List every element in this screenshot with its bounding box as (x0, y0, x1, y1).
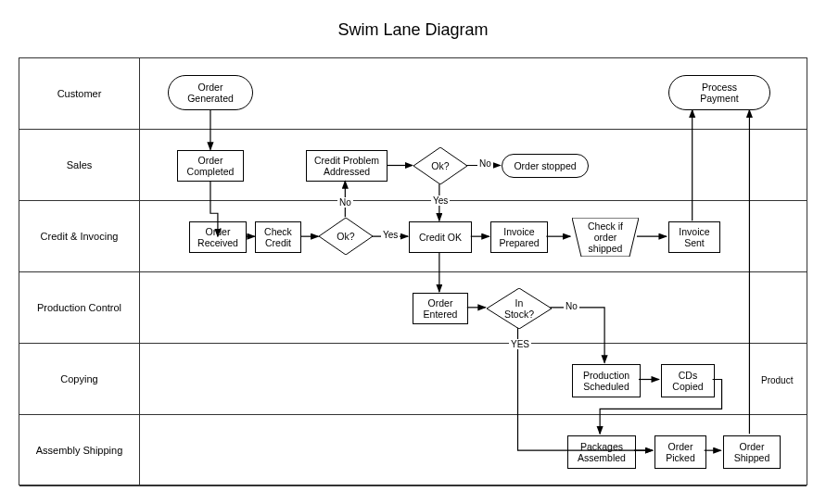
node-production-scheduled: ProductionScheduled (572, 364, 641, 397)
lane-production-control: Production Control OrderEntered InStock? (19, 272, 807, 344)
node-order-entered: OrderEntered (413, 293, 468, 324)
edge-label-product: Product (759, 375, 794, 385)
lane-copying: Copying ProductionScheduled CDsCopied (19, 344, 807, 415)
node-invoice-sent: InvoiceSent (668, 221, 720, 253)
lane-assembly-shipping: Assembly Shipping PackagesAssembled Orde… (19, 415, 807, 486)
node-ok2-label: Ok? (337, 231, 354, 242)
node-ok1-decision: Ok? (413, 147, 467, 184)
lane-customer: Customer OrderGenerated ProcessPayment (19, 58, 807, 130)
node-order-generated: OrderGenerated (168, 75, 253, 110)
edge-label-no3: No (564, 301, 579, 311)
node-packages-assembled: PackagesAssembled (567, 435, 636, 469)
node-check-shipped: Check ifordershipped (572, 218, 639, 257)
node-in-stock-decision: InStock? (487, 288, 552, 329)
lane-body-customer: OrderGenerated ProcessPayment (140, 58, 807, 129)
node-process-payment: ProcessPayment (668, 75, 770, 110)
node-credit-ok: Credit OK (409, 221, 472, 253)
lane-label-assembly: Assembly Shipping (19, 415, 140, 485)
lane-body-credit: OrderReceived CheckCredit Ok? Credit OK … (140, 201, 807, 271)
lane-body-copying: ProductionScheduled CDsCopied (140, 344, 807, 414)
edge-label-no1: No (477, 158, 493, 169)
node-check-credit: CheckCredit (255, 221, 301, 253)
lane-label-copying: Copying (19, 344, 140, 414)
node-order-received: OrderReceived (189, 221, 247, 253)
node-credit-problem: Credit ProblemAddressed (306, 150, 388, 182)
edge-label-no2: No (337, 197, 353, 208)
lane-label-customer: Customer (19, 58, 140, 129)
edge-label-yes2: Yes (381, 230, 400, 240)
node-invoice-prepared: InvoicePrepared (490, 221, 548, 253)
edge-label-yes1: Yes (431, 195, 450, 206)
lane-sales: Sales OrderCompleted Credit ProblemAddre… (19, 130, 807, 201)
edge-label-yes3: YES (509, 339, 531, 349)
lane-label-production: Production Control (19, 272, 140, 343)
node-in-stock-label: InStock? (504, 297, 534, 320)
node-check-shipped-label: Check ifordershipped (588, 220, 623, 254)
lane-label-sales: Sales (19, 130, 140, 200)
node-ok1-label: Ok? (431, 160, 449, 171)
node-order-shipped: OrderShipped (723, 435, 781, 469)
lane-body-assembly: PackagesAssembled OrderPicked OrderShipp… (140, 415, 807, 485)
node-cds-copied: CDsCopied (661, 364, 715, 397)
node-ok2-decision: Ok? (319, 218, 373, 255)
diagram-title: Swim Lane Diagram (0, 20, 826, 40)
lane-credit-invoicing: Credit & Invocing OrderReceived CheckCre… (19, 201, 807, 272)
node-order-stopped: Order stopped (502, 154, 589, 178)
node-order-picked: OrderPicked (654, 435, 706, 469)
node-order-completed: OrderCompleted (177, 150, 244, 182)
lane-body-sales: OrderCompleted Credit ProblemAddressed O… (140, 130, 807, 200)
swimlane-diagram: Swim Lane Diagram Customer OrderGenerate… (0, 0, 826, 504)
swimlane-grid: Customer OrderGenerated ProcessPayment S… (19, 57, 807, 485)
lane-label-credit: Credit & Invocing (19, 201, 140, 271)
lane-body-production: OrderEntered InStock? (140, 272, 807, 343)
